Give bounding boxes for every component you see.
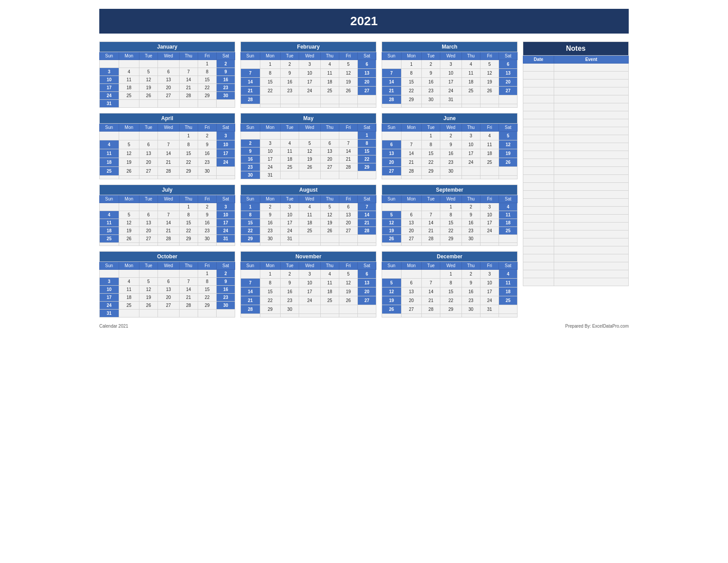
day-cell: 1 (401, 60, 422, 69)
notes-event-cell[interactable] (554, 143, 629, 151)
notes-date-cell[interactable] (523, 191, 554, 199)
day-cell: 7 (339, 140, 358, 147)
day-cell (299, 95, 320, 104)
notes-event-cell[interactable] (554, 199, 629, 207)
day-cell: 7 (179, 278, 198, 286)
notes-event-cell[interactable] (554, 167, 629, 175)
notes-date-cell[interactable] (523, 151, 554, 159)
day-cell: 21 (179, 84, 198, 92)
notes-event-cell[interactable] (554, 119, 629, 127)
notes-event-cell[interactable] (554, 111, 629, 119)
day-cell (299, 243, 320, 246)
notes-event-cell[interactable] (554, 262, 629, 270)
day-cell (440, 243, 462, 246)
notes-event-cell[interactable] (554, 95, 629, 103)
notes-event-cell[interactable] (554, 175, 629, 183)
notes-event-cell[interactable] (554, 215, 629, 223)
notes-event-cell[interactable] (554, 183, 629, 191)
notes-date-cell[interactable] (523, 72, 554, 79)
month-title-may: May (241, 113, 376, 124)
day-cell: 6 (382, 140, 402, 149)
notes-date-cell[interactable] (523, 135, 554, 143)
notes-date-cell[interactable] (523, 103, 554, 111)
notes-date-cell[interactable] (523, 64, 554, 72)
notes-date-cell[interactable] (523, 159, 554, 167)
notes-event-cell[interactable] (554, 238, 629, 246)
day-cell: 3 (100, 68, 119, 76)
day-header-fri: Fri (339, 262, 358, 270)
notes-event-cell[interactable] (554, 87, 629, 95)
notes-event-cell[interactable] (554, 159, 629, 167)
day-cell: 17 (440, 78, 462, 87)
notes-date-cell[interactable] (523, 262, 554, 270)
day-cell (119, 203, 139, 211)
notes-event-cell[interactable] (554, 151, 629, 159)
day-cell (357, 243, 376, 246)
notes-date-cell[interactable] (523, 111, 554, 119)
day-cell (499, 167, 517, 176)
notes-event-cell[interactable] (554, 246, 629, 254)
day-cell (480, 104, 499, 108)
day-cell (339, 95, 358, 104)
day-header-thu: Thu (179, 262, 198, 270)
day-cell: 4 (281, 140, 299, 147)
day-cell: 8 (422, 140, 440, 149)
day-cell (480, 235, 499, 243)
notes-date-cell[interactable] (523, 207, 554, 215)
day-cell (179, 60, 198, 68)
notes-date-cell[interactable] (523, 175, 554, 183)
notes-date-cell[interactable] (523, 87, 554, 95)
day-cell (499, 104, 517, 108)
day-cell (119, 270, 139, 278)
day-cell: 29 (260, 305, 281, 314)
notes-date-cell[interactable] (523, 127, 554, 135)
day-cell: 11 (480, 140, 499, 149)
notes-event-cell[interactable] (554, 103, 629, 111)
notes-date-cell[interactable] (523, 238, 554, 246)
notes-date-cell[interactable] (523, 215, 554, 223)
day-cell: 1 (357, 132, 376, 140)
day-header-wed: Wed (299, 195, 320, 203)
notes-event-cell[interactable] (554, 72, 629, 79)
notes-event-cell[interactable] (554, 223, 629, 230)
day-cell: 9 (241, 147, 260, 155)
notes-event-cell[interactable] (554, 191, 629, 199)
notes-date-cell[interactable] (523, 119, 554, 127)
day-cell (401, 104, 422, 108)
day-cell: 26 (339, 87, 358, 95)
notes-date-cell[interactable] (523, 246, 554, 254)
day-cell: 5 (480, 60, 499, 69)
notes-event-cell[interactable] (554, 79, 629, 87)
notes-date-cell[interactable] (523, 79, 554, 87)
notes-event-cell[interactable] (554, 254, 629, 262)
notes-date-cell[interactable] (523, 199, 554, 207)
notes-event-cell[interactable] (554, 127, 629, 135)
notes-date-cell[interactable] (523, 230, 554, 238)
day-cell: 11 (320, 279, 339, 287)
notes-date-cell[interactable] (523, 223, 554, 230)
day-cell (480, 167, 499, 176)
day-cell: 1 (260, 60, 281, 69)
notes-event-cell[interactable] (554, 135, 629, 143)
day-cell (462, 314, 480, 317)
notes-event-cell[interactable] (554, 278, 629, 286)
notes-date-cell[interactable] (523, 143, 554, 151)
day-cell (462, 167, 480, 176)
day-cell: 28 (179, 92, 198, 100)
day-cell: 17 (216, 219, 235, 227)
notes-event-cell[interactable] (554, 64, 629, 72)
notes-event-cell[interactable] (554, 270, 629, 278)
notes-event-cell[interactable] (554, 230, 629, 238)
notes-event-cell[interactable] (554, 207, 629, 215)
notes-date-cell[interactable] (523, 95, 554, 103)
notes-date-cell[interactable] (523, 278, 554, 286)
notes-date-cell[interactable] (523, 254, 554, 262)
notes-date-cell[interactable] (523, 167, 554, 175)
notes-date-cell[interactable] (523, 183, 554, 191)
day-cell: 21 (241, 296, 260, 305)
day-cell: 19 (382, 296, 402, 305)
notes-date-cell[interactable] (523, 270, 554, 278)
day-header-tue: Tue (281, 52, 299, 60)
day-header-wed: Wed (440, 195, 462, 203)
calendar-february: FebruarySunMonTueWedThuFriSat12345678910… (240, 42, 376, 108)
